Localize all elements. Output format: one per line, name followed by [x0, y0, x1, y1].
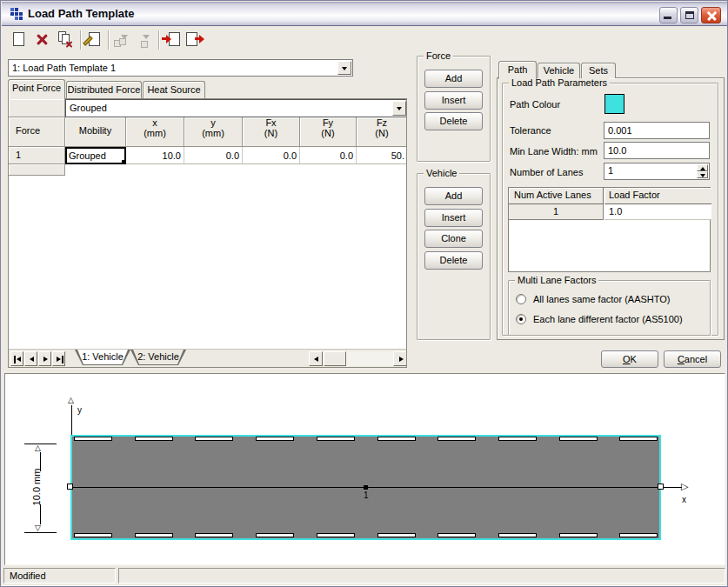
scroll-left-icon: [314, 357, 318, 362]
min-lane-width-input[interactable]: [604, 142, 710, 159]
radio-label-as5100[interactable]: Each lane different factor (AS5100): [533, 313, 683, 326]
tab-label: Heat Source: [147, 84, 200, 95]
close-button[interactable]: [701, 7, 721, 23]
hscroll-left-button[interactable]: [309, 351, 323, 366]
y-axis-label: y: [77, 405, 82, 415]
min-lane-width-label: Min Lane Width: mm: [510, 145, 598, 158]
lane-dash: [619, 533, 658, 537]
radio-all-lanes-same-factor[interactable]: [516, 294, 526, 304]
mobility-combo[interactable]: Grouped: [65, 99, 407, 117]
cancel-button[interactable]: Cancel: [664, 350, 721, 368]
vehicle-add-button[interactable]: Add: [424, 187, 483, 205]
chevron-down-icon: [342, 67, 347, 70]
number-of-lanes-input[interactable]: 1: [604, 163, 710, 180]
lane-dash: [317, 437, 355, 441]
force-grid-panel: Grouped Force Mobility x (mm) y (mm) Fx …: [8, 98, 407, 368]
next-icon: [43, 357, 48, 362]
path-start-handle[interactable]: [67, 484, 73, 490]
col-header-force: Force: [9, 117, 65, 147]
vehicle-delete-button[interactable]: Delete: [424, 251, 483, 270]
force-add-button[interactable]: Add: [424, 70, 483, 88]
tab-heat-source[interactable]: Heat Source: [143, 81, 205, 98]
delete-template-button[interactable]: [32, 30, 53, 50]
dimension-arrow-up-icon: △: [35, 444, 41, 452]
col-unit: (mm): [126, 128, 184, 138]
hscroll-thumb[interactable]: [324, 351, 346, 366]
radio-each-lane-different-factor[interactable]: [516, 314, 526, 324]
status-message: Modified: [3, 568, 116, 584]
lanes-col-header-factor: Load Factor: [604, 188, 711, 204]
path-colour-swatch[interactable]: [604, 94, 624, 114]
cell-x[interactable]: 10.0: [126, 147, 184, 164]
prev-sheet-button[interactable]: [24, 351, 37, 366]
last-sheet-button[interactable]: [52, 351, 65, 366]
hscroll-right-button[interactable]: [393, 351, 407, 366]
cell-fx[interactable]: 0.0: [243, 147, 300, 164]
tab-point-force[interactable]: Point Force: [8, 79, 65, 99]
import-template-button[interactable]: [162, 30, 183, 50]
sheet-tab-vehicle-1[interactable]: 1: Vehicle: [75, 350, 130, 365]
lane-dash: [498, 437, 537, 441]
lane-dash: [74, 437, 112, 441]
lanes-row-load-factor[interactable]: 1.0: [604, 204, 711, 220]
cell-y[interactable]: 0.0: [184, 147, 243, 164]
vehicle-clone-button[interactable]: Clone: [424, 230, 483, 248]
x-axis-arrow-icon: ▷: [681, 483, 688, 490]
tab-sets[interactable]: Sets: [581, 63, 616, 78]
copy-vehicle-button: [111, 30, 132, 50]
radio-label-aashto[interactable]: All lanes same factor (AASHTO): [533, 293, 671, 306]
first-icon: [14, 356, 16, 364]
cell-fz[interactable]: 50.: [357, 147, 407, 164]
window-title: Load Path Template: [28, 2, 135, 26]
delete-all-templates-button[interactable]: [56, 30, 77, 50]
tab-distributed-force[interactable]: Distributed Force: [66, 81, 142, 98]
lane-dash: [559, 533, 598, 537]
path-point-marker[interactable]: [364, 485, 368, 490]
export-template-button[interactable]: [184, 30, 205, 50]
maximize-button[interactable]: [680, 7, 698, 23]
sheet-tab-label: 2: Vehicle: [130, 350, 186, 363]
ok-accelerator: O: [623, 354, 631, 364]
row-header-1[interactable]: 1: [9, 147, 65, 164]
lane-dash: [135, 437, 173, 441]
minimize-button[interactable]: [659, 7, 678, 23]
app-icon: [10, 7, 23, 21]
spinner-down-button[interactable]: [697, 171, 708, 178]
status-bar: Modified: [1, 567, 728, 585]
tab-vehicle[interactable]: Vehicle: [538, 63, 580, 78]
sheet-nav-strip: 1: Vehicle 2: Vehicle: [9, 349, 406, 367]
load-path-preview-canvas[interactable]: △ y ▷ x 1 △ ▽ 10.0 mm: [4, 373, 725, 565]
template-selector-combo[interactable]: 1: Load Path Template 1: [8, 59, 353, 77]
toolbar-separator: [108, 30, 110, 50]
lane-marking-row-bottom: [74, 533, 665, 539]
new-template-button[interactable]: [9, 30, 30, 50]
spinner-up-button[interactable]: [697, 164, 708, 171]
tolerance-input[interactable]: [604, 122, 710, 139]
lanes-row-num-active[interactable]: 1: [509, 204, 604, 220]
cell-mobility[interactable]: Grouped: [65, 147, 126, 164]
force-insert-button[interactable]: Insert: [424, 91, 483, 110]
number-of-lanes-spinner: [697, 164, 708, 178]
force-delete-button[interactable]: Delete: [424, 112, 483, 130]
col-unit: (mm): [184, 128, 242, 138]
tab-path[interactable]: Path: [498, 61, 537, 79]
copy-force-button: [134, 30, 155, 50]
col-header-x: x (mm): [126, 117, 184, 147]
mobility-dropdown-button[interactable]: [392, 101, 406, 116]
titlebar[interactable]: Load Path Template: [2, 2, 728, 26]
sheet-tab-vehicle-2[interactable]: 2: Vehicle: [130, 350, 186, 365]
lanes-col-header-num: Num Active Lanes: [509, 188, 604, 204]
path-centre-line[interactable]: [70, 487, 682, 488]
first-sheet-button[interactable]: [10, 351, 23, 366]
vehicle-insert-button[interactable]: Insert: [424, 209, 483, 227]
cell-fy[interactable]: 0.0: [300, 147, 357, 164]
template-selector-dropdown-button[interactable]: [337, 61, 351, 75]
row-header-stub: [9, 164, 65, 176]
ok-button[interactable]: OK: [601, 350, 658, 368]
minimize-icon: [664, 17, 671, 19]
col-label: y: [184, 117, 242, 128]
path-end-handle[interactable]: [658, 484, 664, 490]
next-sheet-button[interactable]: [38, 351, 51, 366]
edit-template-button[interactable]: [83, 30, 104, 50]
col-unit: (N): [357, 128, 407, 138]
